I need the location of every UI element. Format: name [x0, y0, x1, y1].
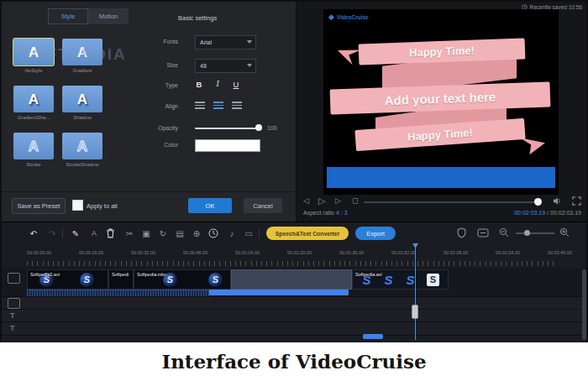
- export-button[interactable]: Export: [355, 227, 396, 240]
- zoom-in-icon[interactable]: [559, 227, 570, 237]
- aspect-ratio[interactable]: Aspect ratio 4 : 3: [303, 210, 348, 216]
- size-select[interactable]: 48: [195, 59, 256, 73]
- play-button[interactable]: ▷: [318, 196, 325, 206]
- fullscreen-icon[interactable]: [572, 196, 581, 206]
- preset-glyph: A: [29, 45, 39, 60]
- text-tool-icon[interactable]: A: [87, 227, 101, 239]
- ruler-label: 00:00:48.00: [183, 250, 207, 255]
- speech-text-converter-button[interactable]: Speech&Text Converter: [266, 227, 349, 240]
- undo-icon[interactable]: ↶: [27, 227, 40, 239]
- lower-third-blue-bar: [327, 167, 555, 188]
- clip-softpedi[interactable]: Softpedi: [108, 269, 134, 290]
- seek-bar[interactable]: [364, 201, 538, 203]
- preset-glyph: A: [29, 139, 39, 154]
- preset-gradient[interactable]: A: [62, 39, 102, 65]
- add-effect-icon[interactable]: ⊕: [190, 227, 203, 239]
- ruler-label: 00:02:08.00: [444, 250, 468, 255]
- cancel-button[interactable]: Cancel: [244, 198, 282, 213]
- fonts-select[interactable]: Arial: [195, 35, 256, 50]
- opacity-slider-thumb[interactable]: [255, 124, 262, 131]
- align-center-icon[interactable]: [213, 102, 223, 109]
- step-back-button[interactable]: ◁: [303, 196, 309, 206]
- color-label: Color: [148, 142, 178, 148]
- overlay-track[interactable]: [2, 297, 586, 309]
- zoom-out-icon[interactable]: [499, 227, 509, 237]
- preset-stroke[interactable]: A: [13, 133, 54, 159]
- align-right-icon[interactable]: [232, 102, 242, 109]
- subtitle-icon[interactable]: ▭: [242, 227, 255, 239]
- underline-button[interactable]: U: [230, 80, 242, 89]
- size-value: 48: [200, 63, 207, 69]
- preset-gradientshadow[interactable]: A: [13, 86, 54, 112]
- align-left-icon[interactable]: [195, 102, 205, 109]
- fonts-value: Arial: [200, 39, 212, 45]
- tab-motion[interactable]: Motion: [88, 8, 129, 24]
- edit-icon[interactable]: ✎: [69, 227, 82, 239]
- logo-diamond-icon: ◆: [328, 13, 334, 21]
- preset-shadow[interactable]: A: [62, 86, 102, 112]
- ribbon-tail-left: [335, 43, 361, 65]
- italic-button[interactable]: I: [212, 80, 223, 88]
- video-track-icon[interactable]: [8, 273, 20, 284]
- preset-label: NoStyle: [10, 68, 57, 73]
- video-canvas[interactable]: ◆ VideoCruise Happy Time! Add your text …: [323, 9, 559, 195]
- text-track-1[interactable]: [2, 310, 586, 321]
- color-swatch[interactable]: [195, 139, 260, 152]
- rotate-icon[interactable]: ↻: [156, 227, 170, 239]
- ruler-ticks[interactable]: [27, 261, 558, 266]
- caption-text: Interface of VideoCruise: [0, 342, 588, 381]
- ruler-label: 00:00:00.00: [27, 250, 51, 255]
- opacity-slider[interactable]: [195, 128, 260, 129]
- text-track-icon[interactable]: T: [10, 324, 15, 332]
- ruler-label: 00:01:04.00: [235, 250, 260, 255]
- preset-strokeshadow[interactable]: A: [62, 133, 102, 159]
- delete-icon[interactable]: [106, 228, 115, 238]
- chevron-down-icon: [247, 40, 252, 44]
- text-track-icon[interactable]: T: [10, 311, 15, 320]
- volume-icon[interactable]: [553, 196, 562, 206]
- seek-bar-thumb[interactable]: [534, 198, 542, 206]
- clip-softpedia-mkv[interactable]: Softpedia.mkv S S: [134, 269, 231, 290]
- shield-icon[interactable]: [457, 227, 466, 238]
- ok-button[interactable]: OK: [188, 198, 232, 213]
- pip-track-icon[interactable]: [8, 298, 20, 309]
- clip-softpedia2-avi[interactable]: Softpedia2.avi S S: [27, 269, 108, 290]
- redo-icon[interactable]: ↷: [45, 227, 59, 239]
- crop-icon[interactable]: ▣: [139, 227, 153, 239]
- stop-button[interactable]: ◻: [352, 196, 358, 206]
- preset-label: Gradient: [59, 68, 106, 73]
- preset-label: Shadow: [59, 115, 106, 120]
- timeline-scrollbar[interactable]: [582, 269, 586, 340]
- text-clip-segment[interactable]: [363, 334, 383, 339]
- timeline-zoom-slider[interactable]: [516, 232, 554, 234]
- voice-icon[interactable]: ♪: [225, 227, 239, 239]
- playhead-line[interactable]: [415, 248, 416, 340]
- timeline-zoom-thumb[interactable]: [524, 230, 530, 236]
- clip-softpedia-avi[interactable]: Softpedia.avi S S S S: [352, 269, 449, 290]
- step-forward-button[interactable]: ▷: [335, 196, 341, 206]
- preset-glyph: A: [29, 92, 39, 107]
- ribbon-middle[interactable]: Add your text here: [330, 81, 551, 114]
- fit-timeline-icon[interactable]: [477, 228, 489, 237]
- preset-label: GradientSha...: [10, 115, 57, 120]
- playhead-handle[interactable]: [412, 305, 418, 319]
- bold-button[interactable]: B: [193, 80, 205, 89]
- preset-glyph: A: [77, 139, 87, 154]
- duration-clock-icon[interactable]: [208, 228, 218, 238]
- ruler-label: 00:01:52.00: [391, 250, 416, 255]
- split-icon[interactable]: ✂: [123, 227, 136, 239]
- audio-selected-strip[interactable]: [209, 290, 349, 295]
- preset-glyph: A: [77, 45, 87, 60]
- audio-waveform-strip[interactable]: [27, 290, 209, 296]
- mosaic-icon[interactable]: ▤: [173, 227, 186, 239]
- tab-style[interactable]: Style: [48, 8, 88, 24]
- apply-to-all-checkbox[interactable]: [72, 200, 83, 211]
- preset-label: StrokeShadow: [59, 162, 106, 167]
- save-as-preset-button[interactable]: Save as Preset: [12, 198, 66, 214]
- clip-unnamed[interactable]: [231, 269, 352, 290]
- ruler-label: 00:01:36.00: [339, 250, 364, 255]
- total-time: 00:02:03.19: [550, 210, 581, 216]
- text-track-2[interactable]: [2, 322, 586, 335]
- preset-nostyle[interactable]: A: [13, 39, 54, 65]
- videocruise-logo: ◆ VideoCruise: [328, 13, 369, 21]
